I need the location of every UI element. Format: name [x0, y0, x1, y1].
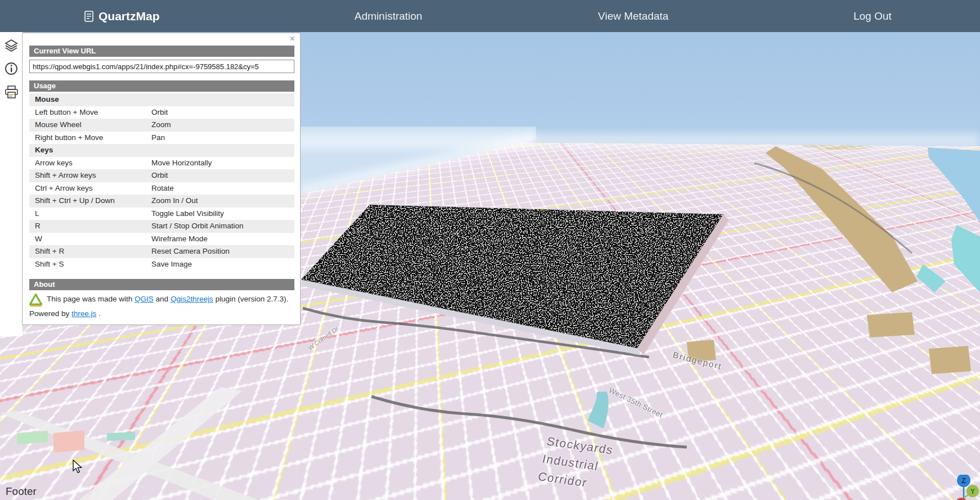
brand-label: QuartzMap	[99, 10, 160, 23]
nav-link-view-metadata[interactable]: View Metadata	[598, 0, 668, 32]
layers-button[interactable]	[3, 38, 19, 53]
info-panel: × Current View URL Usage Mouse Left butt…	[22, 33, 301, 325]
axis-x-ball	[955, 498, 968, 500]
map-toolbar	[0, 32, 23, 336]
usage-table: Mouse Left button + MoveOrbit Mouse Whee…	[29, 93, 294, 271]
nav-link-administration[interactable]: Administration	[355, 0, 422, 32]
usage-row: RStart / Stop Orbit Animation	[29, 220, 294, 233]
qgis-link[interactable]: QGIS	[135, 295, 154, 303]
usage-section-header: Usage	[29, 80, 294, 92]
about-section-header: About	[29, 279, 294, 290]
usage-row: Mouse	[29, 93, 294, 106]
axis-z-label: Z	[961, 476, 966, 485]
qgis2threejs-link[interactable]: Qgis2threejs	[171, 295, 213, 303]
nav-link-log-out[interactable]: Log Out	[853, 0, 892, 32]
print-button[interactable]	[3, 84, 19, 100]
usage-row: Shift + Ctrl + Up / DownZoom In / Out	[29, 195, 294, 208]
info-icon	[5, 62, 18, 75]
close-icon[interactable]: ×	[290, 34, 295, 43]
usage-row: Keys	[29, 144, 294, 157]
usage-row: LToggle Label Visibility	[29, 208, 294, 220]
footer-label: Footer	[6, 485, 37, 498]
info-button[interactable]	[3, 61, 19, 76]
usage-row: Ctrl + Arrow keysRotate	[29, 182, 294, 195]
powered-by-text: Powered by three.js .	[29, 309, 294, 318]
usage-row: Mouse WheelZoom	[29, 119, 294, 132]
usage-row: Right button + MovePan	[29, 132, 294, 145]
usage-row: Shift + RReset Camera Position	[29, 245, 294, 258]
axes-gizmo: Z Y	[946, 475, 980, 500]
usage-row: Arrow keysMove Horizontally	[29, 157, 294, 170]
threejs-link[interactable]: three.js	[71, 309, 96, 318]
axis-y-label: Y	[970, 488, 975, 496]
usage-row: Shift + Arrow keysOrbit	[29, 169, 294, 182]
brand[interactable]: QuartzMap	[84, 0, 160, 32]
top-navbar: QuartzMap Administration View Metadata L…	[0, 0, 980, 32]
url-section-header: Current View URL	[29, 46, 294, 57]
about-text: This page was made with QGIS and Qgis2th…	[47, 294, 294, 307]
usage-row: WWireframe Mode	[29, 233, 294, 246]
layers-icon	[5, 39, 18, 52]
document-icon	[84, 11, 93, 22]
qgis2threejs-logo	[29, 294, 42, 307]
usage-row: Left button + MoveOrbit	[29, 106, 294, 119]
current-view-url-input[interactable]	[29, 60, 294, 73]
usage-row: Shift + SSave Image	[29, 258, 294, 271]
print-icon	[5, 85, 19, 99]
